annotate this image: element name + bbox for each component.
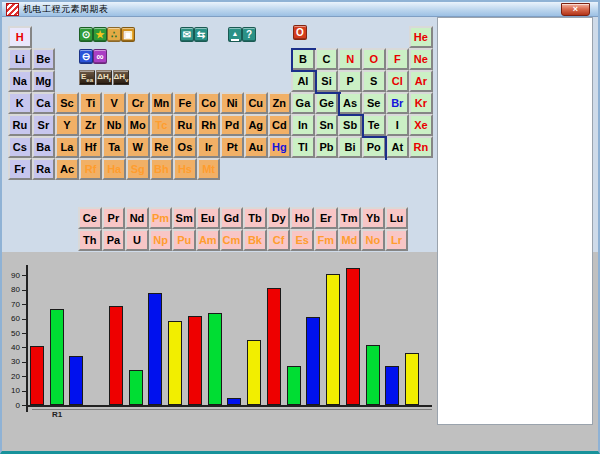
element-Yb[interactable]: Yb [361,207,385,229]
element-H[interactable]: H [8,26,32,48]
element-As[interactable]: As [338,92,362,114]
element-Fm[interactable]: Fm [314,229,338,251]
element-Ca[interactable]: Ca [32,92,56,114]
element-Np[interactable]: Np [149,229,173,251]
element-Ga[interactable]: Ga [291,92,315,114]
element-Cf[interactable]: Cf [267,229,291,251]
element-At[interactable]: At [386,136,410,158]
element-Lr[interactable]: Lr [385,229,409,251]
element-Pu[interactable]: Pu [172,229,196,251]
envelope-button[interactable]: ✉ [180,27,194,42]
element-Th[interactable]: Th [78,229,102,251]
element-Pm[interactable]: Pm [149,207,173,229]
element-Bk[interactable]: Bk [243,229,267,251]
element-Pa[interactable]: Pa [102,229,126,251]
element-Br[interactable]: Br [386,92,410,114]
element-Am[interactable]: Am [196,229,220,251]
element-Gd[interactable]: Gd [220,207,244,229]
element-Ac[interactable]: Ac [55,158,79,180]
element-Er[interactable]: Er [314,207,338,229]
element-Pr[interactable]: Pr [102,207,126,229]
element-Pt[interactable]: Pt [220,136,244,158]
element-La[interactable]: La [55,136,79,158]
element-Ra[interactable]: Ra [32,158,56,180]
element-Na[interactable]: Na [8,70,32,92]
element-Mo[interactable]: Mo [126,114,150,136]
element-Xe[interactable]: Xe [409,114,433,136]
infinity-button[interactable]: ∞ [93,49,107,64]
element-Al[interactable]: Al [291,70,315,92]
element-Sb[interactable]: Sb [338,114,362,136]
element-Fe[interactable]: Fe [173,92,197,114]
element-Ir[interactable]: Ir [197,136,221,158]
element-Y[interactable]: Y [55,114,79,136]
element-Cs[interactable]: Cs [8,136,32,158]
element-He[interactable]: He [409,26,433,48]
element-Pd[interactable]: Pd [220,114,244,136]
element-S[interactable]: S [362,70,386,92]
element-Be[interactable]: Be [32,48,56,70]
element-Ce[interactable]: Ce [78,207,102,229]
element-Sr[interactable]: Sr [32,114,56,136]
swap-arrows-button[interactable]: ⇆ [194,27,208,42]
element-Cd[interactable]: Cd [268,114,292,136]
element-Tb[interactable]: Tb [243,207,267,229]
element-Co[interactable]: Co [197,92,221,114]
element-Rf[interactable]: Rf [79,158,103,180]
element-Ha[interactable]: Ha [102,158,126,180]
element-Ne[interactable]: Ne [409,48,433,70]
element-Bh[interactable]: Bh [150,158,174,180]
element-Se[interactable]: Se [362,92,386,114]
element-Tl[interactable]: Tl [291,136,315,158]
element-In[interactable]: In [291,114,315,136]
element-Ru[interactable]: Ru [173,114,197,136]
element-C[interactable]: C [315,48,339,70]
element-Sc[interactable]: Sc [55,92,79,114]
element-W[interactable]: W [126,136,150,158]
element-Zn[interactable]: Zn [268,92,292,114]
element-Nd[interactable]: Nd [125,207,149,229]
element-Tc[interactable]: Tc [150,114,174,136]
element-Sn[interactable]: Sn [315,114,339,136]
element-Cl[interactable]: Cl [386,70,410,92]
power-button[interactable]: O [293,25,307,40]
element-Cm[interactable]: Cm [220,229,244,251]
element-Ar[interactable]: Ar [409,70,433,92]
element-Eu[interactable]: Eu [196,207,220,229]
element-Ni[interactable]: Ni [220,92,244,114]
element-Li[interactable]: Li [8,48,32,70]
element-Os[interactable]: Os [173,136,197,158]
element-Pb[interactable]: Pb [315,136,339,158]
element-Au[interactable]: Au [244,136,268,158]
element-Kr[interactable]: Kr [409,92,433,114]
element-Ba[interactable]: Ba [32,136,56,158]
eject-button[interactable]: ▲ [228,27,242,42]
element-N[interactable]: N [338,48,362,70]
element-Re[interactable]: Re [150,136,174,158]
element-Ru[interactable]: Ru [8,114,32,136]
element-Dy[interactable]: Dy [267,207,291,229]
element-Mn[interactable]: Mn [150,92,174,114]
circle-minus-button[interactable]: ⊖ [79,49,93,64]
element-No[interactable]: No [361,229,385,251]
question-button[interactable]: ? [242,27,256,42]
element-V[interactable]: V [102,92,126,114]
element-O[interactable]: O [362,48,386,70]
unit-cell-button[interactable]: ▣ [121,27,135,42]
element-Mg[interactable]: Mg [32,70,56,92]
element-I[interactable]: I [386,114,410,136]
element-Rn[interactable]: Rn [409,136,433,158]
element-Ho[interactable]: Ho [290,207,314,229]
electron-affinity-button[interactable]: Eea [79,70,95,85]
element-Zr[interactable]: Zr [79,114,103,136]
element-K[interactable]: K [8,92,32,114]
enthalpy-fusion-button[interactable]: ΔHf [96,70,112,85]
enthalpy-vaporization-button[interactable]: ΔHv [113,70,129,85]
element-Ta[interactable]: Ta [102,136,126,158]
element-Bi[interactable]: Bi [338,136,362,158]
atom-orbit-button[interactable]: ⊙ [79,27,93,42]
element-B[interactable]: B [291,48,315,70]
crystal-star-button[interactable]: ★ [93,27,107,42]
element-Md[interactable]: Md [338,229,362,251]
element-Nb[interactable]: Nb [102,114,126,136]
